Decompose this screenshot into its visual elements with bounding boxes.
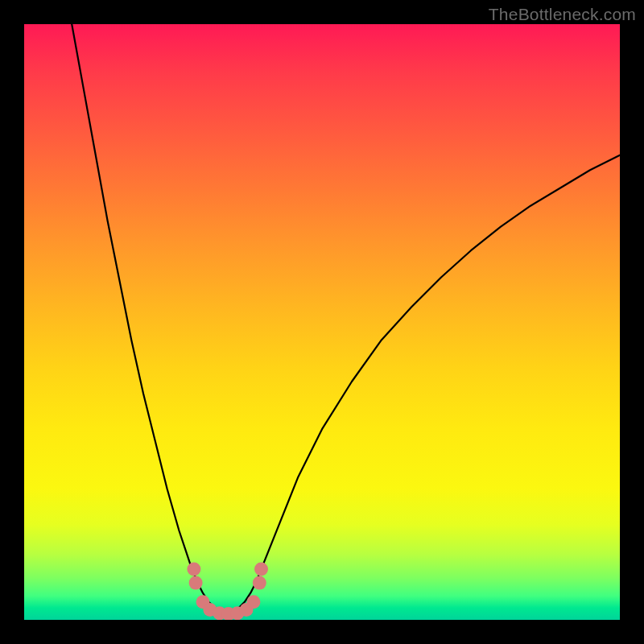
watermark-text: TheBottleneck.com <box>489 5 636 24</box>
plot-area <box>24 24 620 620</box>
marker-8 <box>246 595 260 609</box>
marker-0 <box>187 563 200 576</box>
chart-frame: TheBottleneck.com <box>0 0 644 644</box>
series-right-branch <box>227 155 620 614</box>
marker-1 <box>189 576 203 590</box>
series-left-branch <box>72 24 226 614</box>
marker-10 <box>254 563 268 576</box>
marker-9 <box>253 576 266 590</box>
bottom-markers <box>187 563 268 620</box>
bottleneck-curve <box>72 24 620 614</box>
curve-layer <box>24 24 620 620</box>
